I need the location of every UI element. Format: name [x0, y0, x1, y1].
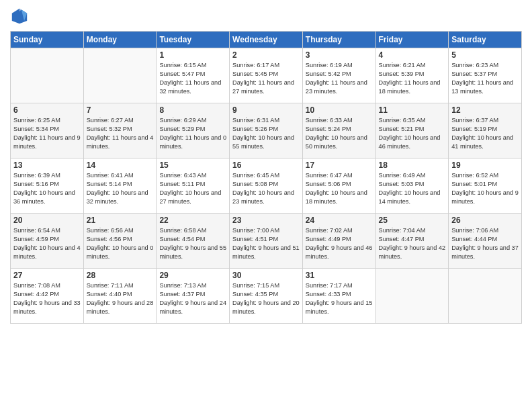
- day-header-friday: Friday: [375, 32, 449, 48]
- calendar-body: 1Sunrise: 6:15 AMSunset: 5:47 PMDaylight…: [11, 48, 522, 324]
- cell-details: Sunrise: 7:11 AMSunset: 4:40 PMDaylight:…: [87, 281, 154, 316]
- calendar-cell: 22Sunrise: 6:58 AMSunset: 4:54 PMDayligh…: [157, 214, 230, 269]
- calendar-cell: [449, 269, 522, 324]
- day-header-wednesday: Wednesday: [230, 32, 303, 48]
- cell-details: Sunrise: 6:19 AMSunset: 5:42 PMDaylight:…: [306, 61, 373, 96]
- day-header-tuesday: Tuesday: [157, 32, 230, 48]
- calendar-cell: 23Sunrise: 7:00 AMSunset: 4:51 PMDayligh…: [230, 214, 303, 269]
- calendar-week-4: 20Sunrise: 6:54 AMSunset: 4:59 PMDayligh…: [11, 214, 522, 269]
- day-number: 9: [232, 105, 300, 115]
- day-number: 3: [306, 50, 373, 60]
- day-number: 12: [451, 105, 519, 115]
- cell-details: Sunrise: 6:35 AMSunset: 5:21 PMDaylight:…: [379, 116, 446, 151]
- cell-details: Sunrise: 7:02 AMSunset: 4:49 PMDaylight:…: [306, 226, 373, 261]
- day-number: 29: [159, 271, 226, 280]
- day-number: 7: [87, 105, 154, 115]
- day-number: 2: [232, 50, 300, 60]
- calendar-week-5: 27Sunrise: 7:08 AMSunset: 4:42 PMDayligh…: [11, 269, 522, 324]
- calendar-cell: 20Sunrise: 6:54 AMSunset: 4:59 PMDayligh…: [11, 214, 84, 269]
- cell-details: Sunrise: 6:56 AMSunset: 4:56 PMDaylight:…: [87, 226, 154, 261]
- logo-area: [10, 7, 32, 26]
- day-number: 25: [379, 216, 446, 225]
- cell-details: Sunrise: 6:29 AMSunset: 5:29 PMDaylight:…: [159, 116, 226, 151]
- day-number: 14: [87, 161, 154, 170]
- day-number: 20: [13, 216, 81, 225]
- cell-details: Sunrise: 7:04 AMSunset: 4:47 PMDaylight:…: [379, 226, 446, 261]
- calendar-cell: 26Sunrise: 7:06 AMSunset: 4:44 PMDayligh…: [449, 214, 522, 269]
- calendar-cell: 2Sunrise: 6:17 AMSunset: 5:45 PMDaylight…: [230, 48, 303, 103]
- day-number: 23: [232, 216, 300, 225]
- day-number: 13: [13, 161, 81, 170]
- calendar-cell: 11Sunrise: 6:35 AMSunset: 5:21 PMDayligh…: [375, 103, 449, 158]
- calendar-cell: 28Sunrise: 7:11 AMSunset: 4:40 PMDayligh…: [83, 269, 157, 324]
- calendar-cell: 1Sunrise: 6:15 AMSunset: 5:47 PMDaylight…: [157, 48, 230, 103]
- cell-details: Sunrise: 7:00 AMSunset: 4:51 PMDaylight:…: [232, 226, 300, 261]
- calendar-week-3: 13Sunrise: 6:39 AMSunset: 5:16 PMDayligh…: [11, 158, 522, 214]
- cell-details: Sunrise: 6:31 AMSunset: 5:26 PMDaylight:…: [232, 116, 300, 151]
- day-number: 19: [451, 161, 519, 170]
- cell-details: Sunrise: 6:21 AMSunset: 5:39 PMDaylight:…: [379, 61, 446, 96]
- cell-details: Sunrise: 6:33 AMSunset: 5:24 PMDaylight:…: [306, 116, 373, 151]
- day-number: 8: [159, 105, 226, 115]
- cell-details: Sunrise: 6:15 AMSunset: 5:47 PMDaylight:…: [159, 61, 226, 96]
- calendar-cell: 17Sunrise: 6:47 AMSunset: 5:06 PMDayligh…: [302, 158, 375, 214]
- logo-icon: [10, 7, 29, 26]
- cell-details: Sunrise: 6:52 AMSunset: 5:01 PMDaylight:…: [451, 171, 519, 206]
- cell-details: Sunrise: 6:37 AMSunset: 5:19 PMDaylight:…: [451, 116, 519, 151]
- calendar-cell: 10Sunrise: 6:33 AMSunset: 5:24 PMDayligh…: [302, 103, 375, 158]
- day-number: 1: [159, 50, 226, 60]
- calendar-cell: 7Sunrise: 6:27 AMSunset: 5:32 PMDaylight…: [83, 103, 157, 158]
- calendar-cell: 3Sunrise: 6:19 AMSunset: 5:42 PMDaylight…: [302, 48, 375, 103]
- day-number: 28: [87, 271, 154, 280]
- calendar-cell: 12Sunrise: 6:37 AMSunset: 5:19 PMDayligh…: [449, 103, 522, 158]
- day-header-monday: Monday: [83, 32, 157, 48]
- day-number: 17: [306, 161, 373, 170]
- calendar-cell: 18Sunrise: 6:49 AMSunset: 5:03 PMDayligh…: [375, 158, 449, 214]
- cell-details: Sunrise: 6:58 AMSunset: 4:54 PMDaylight:…: [159, 226, 226, 261]
- cell-details: Sunrise: 7:17 AMSunset: 4:33 PMDaylight:…: [306, 281, 373, 316]
- day-number: 27: [13, 271, 81, 280]
- calendar-cell: 15Sunrise: 6:43 AMSunset: 5:11 PMDayligh…: [157, 158, 230, 214]
- calendar-header: SundayMondayTuesdayWednesdayThursdayFrid…: [11, 32, 522, 48]
- cell-details: Sunrise: 7:13 AMSunset: 4:37 PMDaylight:…: [159, 281, 226, 316]
- cell-details: Sunrise: 6:17 AMSunset: 5:45 PMDaylight:…: [232, 61, 300, 96]
- day-number: 16: [232, 161, 300, 170]
- calendar-week-2: 6Sunrise: 6:25 AMSunset: 5:34 PMDaylight…: [11, 103, 522, 158]
- cell-details: Sunrise: 6:25 AMSunset: 5:34 PMDaylight:…: [13, 116, 81, 151]
- day-number: 6: [13, 105, 81, 115]
- cell-details: Sunrise: 6:23 AMSunset: 5:37 PMDaylight:…: [451, 61, 519, 96]
- day-header-thursday: Thursday: [302, 32, 375, 48]
- header-row: SundayMondayTuesdayWednesdayThursdayFrid…: [11, 32, 522, 48]
- cell-details: Sunrise: 6:41 AMSunset: 5:14 PMDaylight:…: [87, 171, 154, 206]
- calendar-cell: 9Sunrise: 6:31 AMSunset: 5:26 PMDaylight…: [230, 103, 303, 158]
- cell-details: Sunrise: 6:27 AMSunset: 5:32 PMDaylight:…: [87, 116, 154, 151]
- day-number: 22: [159, 216, 226, 225]
- calendar-cell: 31Sunrise: 7:17 AMSunset: 4:33 PMDayligh…: [302, 269, 375, 324]
- cell-details: Sunrise: 6:39 AMSunset: 5:16 PMDaylight:…: [13, 171, 81, 206]
- calendar-cell: 5Sunrise: 6:23 AMSunset: 5:37 PMDaylight…: [449, 48, 522, 103]
- header: [10, 7, 522, 26]
- cell-details: Sunrise: 7:08 AMSunset: 4:42 PMDaylight:…: [13, 281, 81, 316]
- cell-details: Sunrise: 6:45 AMSunset: 5:08 PMDaylight:…: [232, 171, 300, 206]
- cell-details: Sunrise: 7:06 AMSunset: 4:44 PMDaylight:…: [451, 226, 519, 261]
- cell-details: Sunrise: 6:49 AMSunset: 5:03 PMDaylight:…: [379, 171, 446, 206]
- cell-details: Sunrise: 7:15 AMSunset: 4:35 PMDaylight:…: [232, 281, 300, 316]
- calendar-cell: 13Sunrise: 6:39 AMSunset: 5:16 PMDayligh…: [11, 158, 84, 214]
- day-number: 5: [451, 50, 519, 60]
- day-header-sunday: Sunday: [11, 32, 84, 48]
- calendar-cell: 6Sunrise: 6:25 AMSunset: 5:34 PMDaylight…: [11, 103, 84, 158]
- day-number: 10: [306, 105, 373, 115]
- calendar-cell: 27Sunrise: 7:08 AMSunset: 4:42 PMDayligh…: [11, 269, 84, 324]
- calendar-table: SundayMondayTuesdayWednesdayThursdayFrid…: [10, 31, 522, 324]
- page: SundayMondayTuesdayWednesdayThursdayFrid…: [0, 0, 532, 411]
- calendar-cell: [83, 48, 157, 103]
- day-number: 21: [87, 216, 154, 225]
- day-number: 11: [379, 105, 446, 115]
- cell-details: Sunrise: 6:47 AMSunset: 5:06 PMDaylight:…: [306, 171, 373, 206]
- calendar-cell: 14Sunrise: 6:41 AMSunset: 5:14 PMDayligh…: [83, 158, 157, 214]
- day-number: 4: [379, 50, 446, 60]
- calendar-cell: 4Sunrise: 6:21 AMSunset: 5:39 PMDaylight…: [375, 48, 449, 103]
- calendar-cell: [375, 269, 449, 324]
- calendar-cell: 16Sunrise: 6:45 AMSunset: 5:08 PMDayligh…: [230, 158, 303, 214]
- cell-details: Sunrise: 6:43 AMSunset: 5:11 PMDaylight:…: [159, 171, 226, 206]
